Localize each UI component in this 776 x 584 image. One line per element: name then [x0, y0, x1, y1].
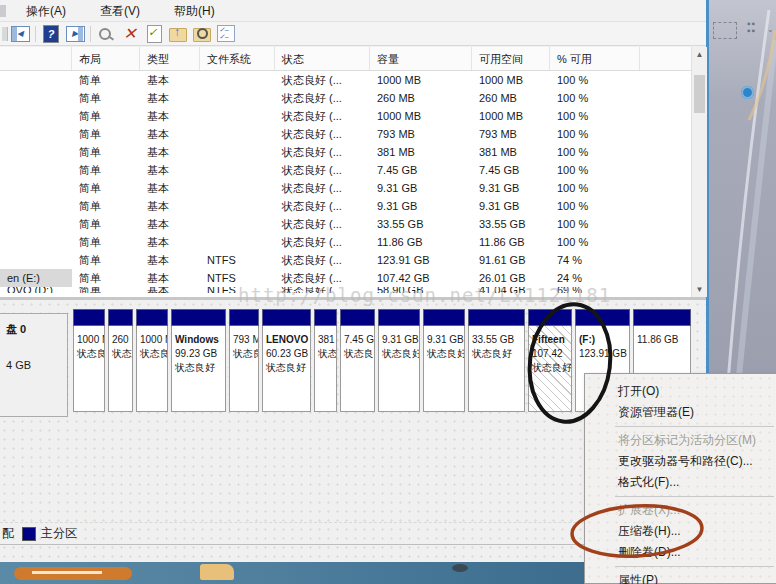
properties-check-icon[interactable]: [147, 25, 162, 43]
cell-capacity: 260 MB: [370, 89, 472, 107]
marquee-tool-icon[interactable]: [713, 22, 737, 39]
partition-body[interactable]: 9.31 GB 状态良好: [423, 326, 465, 412]
cell-status: 状态良好 (...: [275, 179, 370, 197]
column-header-volume[interactable]: [0, 47, 72, 70]
partition-block[interactable]: 1000 MB 状态良好: [136, 309, 168, 412]
cell-capacity: 793 MB: [370, 125, 472, 143]
cell-free: 33.55 GB: [472, 215, 550, 233]
partition-block[interactable]: Fifteen 107.42 状态良好: [528, 309, 572, 412]
context-menu-item[interactable]: 删除卷(D)...: [585, 542, 776, 563]
console-tree-icon[interactable]: [11, 26, 30, 42]
scroll-down-arrow[interactable]: ▼: [692, 282, 707, 297]
menu-item[interactable]: 查看(V): [90, 2, 150, 20]
column-header-type[interactable]: 类型: [140, 47, 200, 70]
partition-header: [73, 309, 105, 326]
help-icon[interactable]: [43, 25, 59, 43]
column-header-status[interactable]: 状态: [275, 47, 370, 70]
blue-dot-icon[interactable]: [741, 86, 754, 99]
scroll-thumb[interactable]: [694, 75, 705, 113]
partition-body[interactable]: 381 MB 状态良好: [314, 326, 337, 412]
cell-type: 基本: [140, 251, 200, 269]
context-menu-item[interactable]: 格式化(F)...: [585, 472, 776, 493]
chevron-down-icon[interactable]: ⌄: [767, 26, 776, 40]
cell-capacity: 1000 MB: [370, 107, 472, 125]
cell-free: 793 MB: [472, 125, 550, 143]
partition-body[interactable]: 33.55 GB 状态良好: [468, 326, 525, 412]
partition-block[interactable]: 9.31 GB 状态良好: [423, 309, 465, 412]
column-header-free[interactable]: 可用空间: [472, 47, 550, 70]
partition-body[interactable]: 1000 MB 状态良好: [73, 326, 105, 412]
partition-header: [340, 309, 375, 326]
task-list-icon[interactable]: [217, 25, 235, 42]
partition-header: [423, 309, 465, 326]
table-row[interactable]: 简单 基本 状态良好 (... 1000 MB 1000 MB 100 %: [0, 71, 691, 89]
cell-pct: 100 %: [550, 71, 640, 89]
partition-size: 11.86 GB: [637, 333, 690, 347]
table-row[interactable]: 简单 基本 状态良好 (... 11.86 GB 11.86 GB 100 %: [0, 233, 691, 251]
context-menu-item[interactable]: 更改驱动器号和路径(C)...: [585, 451, 776, 472]
cell-free: 381 MB: [472, 143, 550, 161]
cell-fs: [200, 107, 275, 125]
menu-item[interactable]: 操作(A): [16, 2, 76, 20]
table-scrollbar[interactable]: ▲ ▼: [691, 47, 707, 297]
context-menu-item[interactable]: 打开(O): [585, 381, 776, 402]
context-menu-item[interactable]: 将分区标记为活动分区(M): [585, 430, 776, 451]
partition-body[interactable]: 260 MB 状态良好: [108, 326, 133, 412]
action-pane-icon[interactable]: [66, 26, 85, 42]
menu-item[interactable]: 帮助(H): [164, 2, 225, 20]
partition-block[interactable]: 793 MB 状态良好: [229, 309, 259, 412]
partition-block[interactable]: 9.31 GB 状态良好: [378, 309, 420, 412]
cell-pct: 100 %: [550, 233, 640, 251]
table-row[interactable]: 简单 基本 状态良好 (... 7.45 GB 7.45 GB 100 %: [0, 161, 691, 179]
partition-block[interactable]: Windows 99.23 GB 状态良好: [171, 309, 226, 412]
cell-free: 1000 MB: [472, 107, 550, 125]
table-row[interactable]: 简单 基本 NTFS 状态良好 (... 123.91 GB 91.61 GB …: [0, 251, 691, 269]
table-row[interactable]: 简单 基本 状态良好 (... 260 MB 260 MB 100 %: [0, 89, 691, 107]
partition-block[interactable]: 33.55 GB 状态良好: [468, 309, 525, 412]
context-menu-item[interactable]: 资源管理器(E): [585, 402, 776, 423]
cell-volume: [0, 125, 72, 143]
context-menu-item[interactable]: 属性(P): [585, 570, 776, 584]
volume-list: 布局 类型 文件系统 状态 容量 可用空间 % 可用 简单 基本 状态良好 (.…: [0, 47, 691, 297]
context-menu-item[interactable]: 压缩卷(H)...: [585, 521, 776, 542]
table-row[interactable]: 简单 基本 状态良好 (... 9.31 GB 9.31 GB 100 %: [0, 197, 691, 215]
column-header-fs[interactable]: 文件系统: [200, 47, 275, 70]
delete-volume-icon[interactable]: [123, 24, 136, 43]
table-row[interactable]: 简单 基本 状态良好 (... 381 MB 381 MB 100 %: [0, 143, 691, 161]
folder-up-icon[interactable]: [169, 28, 187, 42]
cell-status: 状态良好 (...: [275, 71, 370, 89]
table-row[interactable]: 简单 基本 状态良好 (... 793 MB 793 MB 100 %: [0, 125, 691, 143]
context-menu-item[interactable]: 扩展卷(X)...: [585, 500, 776, 521]
table-row[interactable]: 简单 基本 状态良好 (... 33.55 GB 33.55 GB 100 %: [0, 215, 691, 233]
column-header-pctfree[interactable]: % 可用: [550, 47, 640, 70]
partition-block[interactable]: 7.45 GB 状态良好: [340, 309, 375, 412]
cell-pct: 100 %: [550, 107, 640, 125]
column-header-capacity[interactable]: 容量: [370, 47, 472, 70]
table-row[interactable]: 简单 基本 状态良好 (... 9.31 GB 9.31 GB 100 %: [0, 179, 691, 197]
partition-block[interactable]: 260 MB 状态良好: [108, 309, 133, 412]
partition-block[interactable]: 1000 MB 状态良好: [73, 309, 105, 412]
scroll-up-arrow[interactable]: ▲: [692, 47, 707, 62]
cell-capacity: 9.31 GB: [370, 197, 472, 215]
partition-body[interactable]: 1000 MB 状态良好: [136, 326, 168, 412]
partition-size: 123.91 GB: [579, 347, 629, 361]
partition-block[interactable]: LENOVO 60.23 GB 状态良好: [262, 309, 311, 412]
partition-body[interactable]: Windows 99.23 GB 状态良好: [171, 326, 226, 412]
table-row[interactable]: 简单 基本 状态良好 (... 1000 MB 1000 MB 100 %: [0, 107, 691, 125]
column-header-layout[interactable]: 布局: [72, 47, 140, 70]
partition-header: [108, 309, 133, 326]
cell-fs: [200, 71, 275, 89]
partition-block[interactable]: 381 MB 状态良好: [314, 309, 337, 412]
partition-body[interactable]: Fifteen 107.42 状态良好: [528, 326, 572, 412]
disk0-label-box[interactable]: 盘 0 4 GB: [0, 313, 68, 417]
partition-body[interactable]: LENOVO 60.23 GB 状态良好: [262, 326, 311, 412]
cell-type: 基本: [140, 215, 200, 233]
partition-header: [633, 309, 691, 326]
partition-body[interactable]: 793 MB 状态良好: [229, 326, 259, 412]
cell-volume: [0, 197, 72, 215]
partition-body[interactable]: 9.31 GB 状态良好: [378, 326, 420, 412]
folder-explore-icon[interactable]: [193, 28, 211, 42]
cell-status: 状态良好 (...: [275, 89, 370, 107]
partition-body[interactable]: 7.45 GB 状态良好: [340, 326, 375, 412]
grid-tool-icon[interactable]: ▪▪▪▪: [747, 20, 763, 34]
